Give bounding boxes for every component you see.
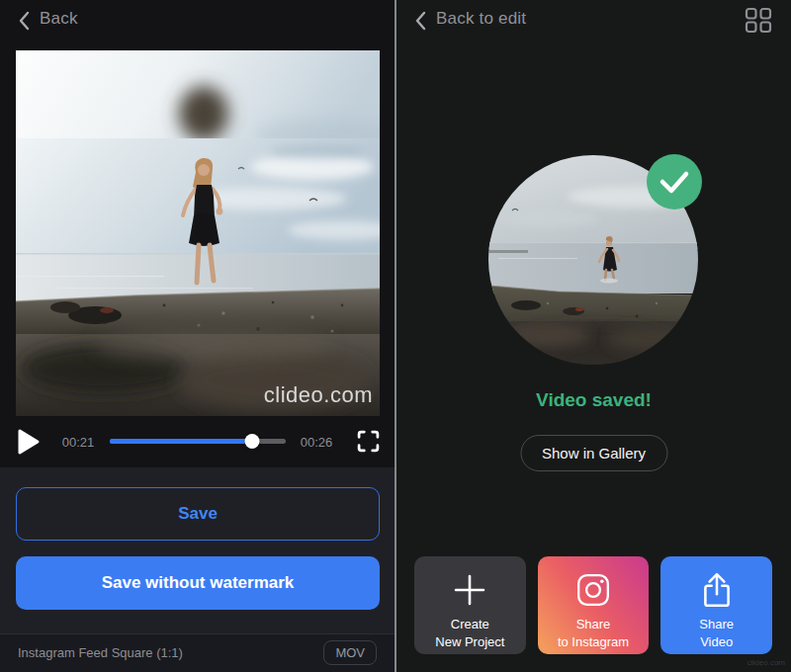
footer-bar: Instagram Feed Square (1:1) MOV [0,633,395,672]
back-to-edit-button[interactable]: Back to edit [436,9,526,29]
clideo-watermark: clideo.com [264,382,373,407]
share-to-instagram-button[interactable]: Share to Instagram [538,556,650,654]
card-label-line1: Share [576,617,611,631]
success-check-icon [646,153,703,210]
card-label-line1: Share [699,617,734,631]
video-preview[interactable]: clideo.com [16,50,380,416]
card-label-line2: Video [700,634,733,649]
card-label-line2: to Instagram [558,634,629,649]
save-button[interactable]: Save [16,487,380,541]
corner-watermark: clideo.com [747,658,785,667]
saved-screen: Back to edit [396,0,791,672]
file-type-badge[interactable]: MOV [323,640,377,665]
card-label-line2: New Project [435,634,504,649]
share-actions-row: Create New Project Share to Instagram [414,556,772,654]
instagram-icon [575,569,611,611]
back-chevron-icon[interactable] [414,11,426,35]
plus-icon [452,569,487,611]
save-section: Save Save without watermark [0,467,395,633]
save-without-watermark-button[interactable]: Save without watermark [16,556,380,610]
share-icon [700,569,734,611]
video-frame: clideo.com [16,50,380,416]
card-label-line1: Create [451,617,489,631]
share-video-button[interactable]: Share Video [660,556,772,654]
video-saved-message: Video saved! [396,389,791,411]
back-chevron-icon[interactable] [18,11,30,35]
total-time-label: 00:26 [293,435,340,450]
fullscreen-icon[interactable] [357,430,380,453]
show-in-gallery-button[interactable]: Show in Gallery [520,435,667,471]
create-new-project-button[interactable]: Create New Project [414,556,526,654]
back-button[interactable]: Back [40,9,78,29]
export-screen: Back [0,0,395,672]
seek-bar-thumb[interactable] [245,434,260,449]
play-button[interactable] [17,428,41,456]
current-time-label: 00:21 [54,435,102,450]
projects-grid-icon[interactable] [745,7,772,38]
seek-bar-fill [110,439,252,444]
seek-bar[interactable] [110,439,286,444]
format-label: Instagram Feed Square (1:1) [18,645,183,660]
